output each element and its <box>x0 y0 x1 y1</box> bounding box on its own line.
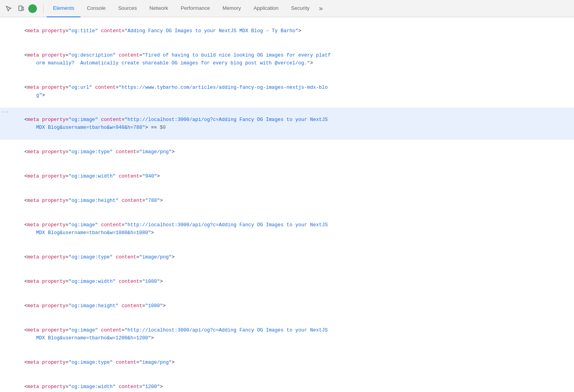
devtools-tab-nav: Elements Console Sources Network Perform… <box>47 0 571 17</box>
tab-sources[interactable]: Sources <box>112 0 143 17</box>
toggle-device-toolbar-icon[interactable] <box>16 3 27 14</box>
meta-og-image-width-1080: <meta property="og:image:width" content=… <box>24 279 163 284</box>
meta-og-title: <meta property="og:title" content="Addin… <box>24 28 301 34</box>
3d-view-icon[interactable] <box>28 4 37 13</box>
meta-og-image-height-788: <meta property="og:image:height" content… <box>24 198 163 203</box>
code-line-og-image-width-940[interactable]: <meta property="og:image:width" content=… <box>0 164 574 189</box>
meta-og-image-1080: <meta property="og:image" content="http:… <box>13 222 328 236</box>
tab-more-button[interactable]: » <box>316 0 326 17</box>
code-line-og-image-1200[interactable]: <meta property="og:image" content="http:… <box>0 318 574 350</box>
meta-og-url: <meta property="og:url" content="https:/… <box>13 85 328 98</box>
code-line-og-title[interactable]: <meta property="og:title" content="Addin… <box>0 19 574 43</box>
meta-og-image-type-1: <meta property="og:image:type" content="… <box>24 149 175 155</box>
tab-console[interactable]: Console <box>80 0 112 17</box>
code-line-og-image-type-1[interactable]: <meta property="og:image:type" content="… <box>0 140 574 164</box>
code-line-og-image-940[interactable]: <meta property="og:image" content="http:… <box>0 108 574 140</box>
meta-og-image-1200: <meta property="og:image" content="http:… <box>13 328 328 341</box>
meta-og-image-width-940: <meta property="og:image:width" content=… <box>24 174 160 179</box>
tab-network[interactable]: Network <box>143 0 175 17</box>
code-line-og-image-height-788[interactable]: <meta property="og:image:height" content… <box>0 189 574 213</box>
meta-og-description: <meta property="og:description" content=… <box>13 53 331 66</box>
select-element-icon[interactable] <box>3 3 14 14</box>
svg-rect-0 <box>19 6 22 11</box>
code-line-og-image-height-1080[interactable]: <meta property="og:image:height" content… <box>0 294 574 318</box>
code-line-og-image-width-1080[interactable]: <meta property="og:image:width" content=… <box>0 269 574 294</box>
tab-application[interactable]: Application <box>247 0 285 17</box>
meta-og-image-width-1200: <meta property="og:image:width" content=… <box>24 384 163 390</box>
code-line-og-url[interactable]: <meta property="og:url" content="https:/… <box>0 75 574 108</box>
tab-security[interactable]: Security <box>285 0 316 17</box>
tab-performance[interactable]: Performance <box>174 0 216 17</box>
toolbar-icons <box>3 3 37 14</box>
toolbar-divider <box>43 4 44 13</box>
meta-og-image-type-3: <meta property="og:image:type" content="… <box>24 360 175 365</box>
code-line-og-image-type-3[interactable]: <meta property="og:image:type" content="… <box>0 350 574 375</box>
tab-memory[interactable]: Memory <box>216 0 247 17</box>
meta-og-image-height-1080: <meta property="og:image:height" content… <box>24 303 166 309</box>
devtools-toolbar: Elements Console Sources Network Perform… <box>0 0 574 17</box>
code-line-og-image-type-2[interactable]: <meta property="og:image:type" content="… <box>0 245 574 269</box>
meta-og-image-940: <meta property="og:image" content="http:… <box>13 117 328 130</box>
elements-panel: <meta property="og:title" content="Addin… <box>0 17 574 392</box>
svg-rect-1 <box>22 7 24 10</box>
meta-og-image-type-2: <meta property="og:image:type" content="… <box>24 255 175 260</box>
code-line-og-description[interactable]: <meta property="og:description" content=… <box>0 43 574 75</box>
code-line-og-image-width-1200[interactable]: <meta property="og:image:width" content=… <box>0 375 574 392</box>
tab-elements[interactable]: Elements <box>47 0 80 17</box>
code-line-og-image-1080[interactable]: <meta property="og:image" content="http:… <box>0 213 574 245</box>
